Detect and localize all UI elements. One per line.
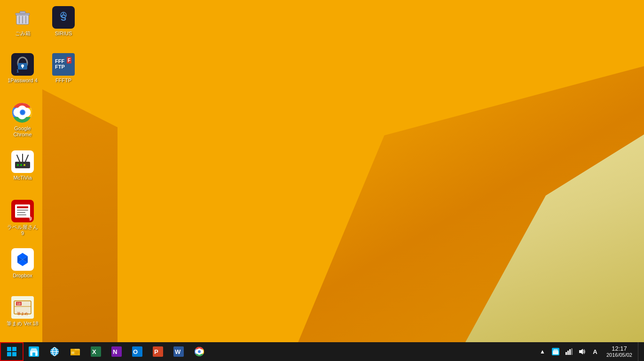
taskbar-word-icon[interactable]: W (168, 342, 189, 361)
desktop-icon-google-chrome[interactable]: Google Chrome (4, 99, 41, 140)
svg-rect-88 (567, 351, 569, 355)
store-icon (29, 346, 39, 357)
taskbar-onenote-icon[interactable]: N (106, 342, 127, 361)
svg-text:O: O (133, 348, 138, 355)
taskbar-powerpoint-icon[interactable]: P (148, 342, 168, 361)
svg-rect-68 (71, 349, 75, 351)
svg-text:1: 1 (16, 69, 19, 73)
network-icon (565, 348, 573, 355)
tray-network-icon[interactable] (563, 342, 574, 361)
svg-text:P: P (154, 348, 158, 355)
start-button[interactable] (0, 342, 24, 361)
svg-text:F: F (68, 58, 71, 63)
chrome-desktop-icon (12, 102, 33, 123)
outlook-icon: O (132, 346, 142, 357)
desktop-icon-1password[interactable]: 1 1Password 4 (4, 51, 41, 86)
system-tray: ▲ (534, 342, 644, 361)
word-icon: W (173, 346, 184, 357)
taskbar-chrome-icon[interactable] (189, 342, 210, 361)
mctivia-icon (12, 151, 33, 172)
svg-rect-69 (71, 352, 74, 354)
chrome-taskbar-icon (194, 346, 204, 357)
svg-point-27 (17, 164, 19, 166)
desktop-icon-fumamame[interactable]: 筆まめ 18 筆まめ Ver.18 (4, 294, 41, 329)
taskbar-explorer-icon[interactable] (65, 342, 86, 361)
clock[interactable]: 12:17 2016/05/02 (603, 342, 636, 361)
desktop-icon-mctivia[interactable]: McTiVia (4, 148, 41, 183)
recycle-bin-icon (13, 8, 32, 27)
show-desktop-button[interactable] (638, 342, 642, 361)
fumamame-icon: 筆まめ 18 (12, 297, 33, 318)
svg-rect-87 (565, 352, 567, 355)
explorer-icon (70, 346, 80, 357)
taskbar-outlook-icon[interactable]: O (127, 342, 148, 361)
svg-text:18: 18 (17, 302, 21, 306)
windows-logo-icon (7, 346, 17, 357)
tray-store-icon[interactable] (550, 342, 561, 361)
svg-rect-36 (17, 206, 28, 208)
svg-rect-59 (32, 353, 35, 356)
tray-ime-icon[interactable]: A (589, 342, 601, 361)
svg-rect-55 (7, 352, 11, 356)
svg-text:W: W (175, 348, 181, 355)
svg-rect-39 (17, 214, 26, 215)
1password-icon: 1 (13, 55, 32, 74)
svg-rect-89 (569, 349, 571, 355)
svg-rect-14 (22, 66, 23, 68)
svg-point-84 (198, 350, 201, 353)
geo-shape-left (42, 89, 118, 342)
svg-marker-91 (579, 349, 583, 354)
svg-rect-56 (12, 352, 16, 356)
ffftp-icon: FFF FTP F (54, 55, 73, 74)
taskbar-pinned-apps: X N O P W (24, 342, 534, 361)
svg-point-30 (27, 164, 29, 166)
desktop: ごみ箱 S SIRIUS (0, 0, 644, 342)
svg-text:FFF: FFF (55, 58, 64, 64)
svg-rect-71 (75, 353, 78, 354)
taskbar-ie-icon[interactable] (44, 342, 65, 361)
tray-expand-button[interactable]: ▲ (537, 342, 548, 361)
svg-text:X: X (92, 348, 96, 355)
taskbar-excel-icon[interactable]: X (86, 342, 106, 361)
svg-rect-54 (12, 347, 16, 351)
svg-rect-2 (20, 11, 25, 14)
svg-text:筆まめ: 筆まめ (17, 312, 28, 316)
taskbar-store-icon[interactable] (24, 342, 44, 361)
sirius-icon: S (54, 8, 73, 27)
desktop-icon-dropbox[interactable]: Dropbox (4, 246, 41, 281)
svg-rect-86 (553, 351, 558, 354)
svg-rect-37 (17, 210, 28, 211)
svg-rect-38 (17, 212, 25, 213)
svg-point-29 (24, 164, 25, 166)
onenote-icon: N (111, 346, 122, 357)
desktop-icon-recycle-bin[interactable]: ごみ箱 (4, 4, 41, 39)
svg-rect-90 (571, 348, 573, 355)
tray-sound-icon[interactable] (576, 342, 588, 361)
svg-point-24 (21, 110, 24, 114)
tray-store-svg (552, 348, 559, 355)
ie-icon (49, 346, 60, 357)
svg-rect-53 (7, 347, 11, 351)
dropbox-icon (12, 249, 33, 270)
desktop-icon-sirius[interactable]: S SIRIUS (45, 4, 82, 39)
labelya-icon: 9 (12, 201, 33, 221)
svg-text:9: 9 (29, 216, 32, 221)
powerpoint-icon: P (153, 346, 163, 357)
excel-icon: X (91, 346, 101, 357)
taskbar: X N O P W (0, 342, 644, 361)
svg-text:N: N (113, 348, 117, 355)
desktop-icon-ffftp[interactable]: FFF FTP F FFFTP (45, 51, 82, 86)
svg-point-28 (20, 164, 22, 166)
svg-rect-70 (75, 352, 79, 353)
sound-icon (578, 348, 586, 355)
desktop-icon-labelya[interactable]: 9 ラベル屋さん9 (4, 197, 41, 239)
svg-text:FTP: FTP (55, 64, 65, 70)
